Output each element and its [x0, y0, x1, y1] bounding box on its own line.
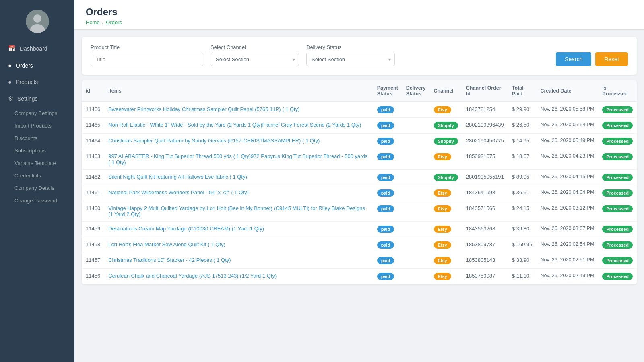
sidebar-item-variants-template[interactable]: Variants Template [0, 157, 74, 169]
sidebar-item-products-label: Products [16, 79, 38, 85]
cell-delivery-status [402, 102, 430, 118]
cell-payment-status: paid [373, 149, 402, 170]
cell-channel-order-id: 2802199396439 [462, 118, 508, 134]
sidebar-item-settings[interactable]: ⚙ Settings [0, 90, 74, 107]
filter-row: Product Title Select Channel Select Sect… [91, 44, 628, 66]
channel-badge: Shopify [434, 122, 458, 129]
sidebar-item-dashboard[interactable]: 📅 Dashboard [0, 40, 74, 57]
cell-is-processed: Processed [598, 269, 637, 284]
cell-payment-status: paid [373, 222, 402, 237]
cell-items[interactable]: Vintage Happy 2 Multi Quilted Yardage by… [104, 201, 373, 222]
sidebar-item-import-products-label: Import Products [14, 123, 52, 129]
cell-payment-status: paid [373, 237, 402, 253]
payment-status-badge: paid [377, 153, 394, 160]
cell-payment-status: paid [373, 253, 402, 269]
sidebar-item-company-details[interactable]: Company Details [0, 182, 74, 194]
payment-status-badge: paid [377, 241, 394, 249]
item-link[interactable]: Sweetwater Printworks Holiday Christmas … [108, 106, 299, 112]
sidebar-item-dashboard-label: Dashboard [20, 45, 47, 52]
sidebar-item-credentials[interactable]: Credentials [0, 169, 74, 182]
cell-id: 11457 [82, 253, 104, 269]
breadcrumb-current: Orders [106, 19, 122, 25]
item-link[interactable]: Cerulean Chalk and Charcoal Yardage (AJS… [108, 273, 277, 279]
sidebar-item-company-settings[interactable]: Company Settings [0, 107, 74, 119]
item-link[interactable]: Destinations Cream Map Yardage (C10030 C… [108, 226, 264, 232]
item-link[interactable]: Vintage Happy 2 Multi Quilted Yardage by… [108, 205, 365, 217]
cell-items[interactable]: 997 ALABASTER - King Tut Superior Thread… [104, 149, 373, 170]
item-link[interactable]: Non Roll Elastic - White 1" Wide - Sold … [108, 122, 262, 128]
cell-created-date: Nov. 26, 2020 02:54 PM [536, 237, 598, 253]
table-row: 11460Vintage Happy 2 Multi Quilted Yarda… [82, 201, 637, 222]
cell-items[interactable]: Cerulean Chalk and Charcoal Yardage (AJS… [104, 269, 373, 284]
sidebar-item-change-password-label: Change Password [14, 197, 57, 204]
filter-product-title: Product Title [91, 44, 203, 66]
item-link[interactable]: Flannel Gray Forest Scene (2 Yards 1 Qty… [262, 122, 361, 128]
item-link[interactable]: National Park Wilderness Wonders Panel -… [108, 189, 249, 195]
payment-status-badge: paid [377, 257, 394, 264]
item-link[interactable]: 997 ALABASTER - King Tut Superior Thread… [108, 153, 251, 159]
payment-status-badge: paid [377, 273, 394, 280]
item-link[interactable]: Lori Holt's Flea Market Sew Along Quilt … [108, 241, 225, 247]
sidebar-item-orders[interactable]: ● Orders [0, 57, 74, 74]
processed-badge: Processed [602, 241, 633, 249]
cell-total-paid: $ 36.51 [508, 185, 537, 201]
cell-is-processed: Processed [598, 253, 637, 269]
sidebar-item-change-password[interactable]: Change Password [0, 194, 74, 207]
cell-delivery-status [402, 185, 430, 201]
payment-status-badge: paid [377, 189, 394, 197]
cell-payment-status: paid [373, 170, 402, 185]
cell-id: 11462 [82, 170, 104, 185]
cell-items[interactable]: Sweetwater Printworks Holiday Christmas … [104, 102, 373, 118]
delivery-status-wrapper: Select Section [306, 53, 395, 66]
cell-total-paid: $ 29.90 [508, 102, 537, 118]
cell-delivery-status [402, 269, 430, 284]
cell-payment-status: paid [373, 201, 402, 222]
table-row: 11457Christmas Traditions 10" Stacker - … [82, 253, 637, 269]
cell-is-processed: Processed [598, 201, 637, 222]
item-link[interactable]: Christmas Sampler Quilt Pattern by Sandy… [108, 138, 320, 144]
channel-badge: Shopify [434, 174, 458, 181]
sidebar-item-subscriptions[interactable]: Subscriptions [0, 144, 74, 157]
cell-items[interactable]: Christmas Sampler Quilt Pattern by Sandy… [104, 134, 373, 149]
cell-channel: Etsy [430, 253, 462, 269]
cell-items[interactable]: Destinations Cream Map Yardage (C10030 C… [104, 222, 373, 237]
cell-total-paid: $ 169.95 [508, 237, 537, 253]
cell-items[interactable]: Non Roll Elastic - White 1" Wide - Sold … [104, 118, 373, 134]
cell-id: 11463 [82, 149, 104, 170]
cell-is-processed: Processed [598, 118, 637, 134]
search-button[interactable]: Search [556, 52, 591, 66]
item-link[interactable]: Silent Night Quilt Kit featuring All Hal… [108, 174, 247, 180]
select-channel-dropdown[interactable]: Select Section [211, 53, 299, 66]
product-title-input[interactable] [91, 53, 203, 66]
processed-badge: Processed [602, 106, 633, 113]
processed-badge: Processed [602, 174, 633, 181]
filter-delivery-status: Delivery Status Select Section [306, 44, 395, 66]
cell-channel: Shopify [430, 134, 462, 149]
cell-total-paid: $ 26.50 [508, 118, 537, 134]
sidebar-item-products[interactable]: ● Products [0, 74, 74, 90]
item-link[interactable]: Christmas Traditions 10" Stacker - 42 Pi… [108, 257, 231, 263]
payment-status-badge: paid [377, 174, 394, 181]
payment-status-badge: paid [377, 205, 394, 212]
cell-delivery-status [402, 201, 430, 222]
col-delivery-status: DeliveryStatus [402, 80, 430, 102]
cell-channel: Etsy [430, 222, 462, 237]
sidebar-item-company-settings-label: Company Settings [14, 110, 57, 116]
cell-items[interactable]: National Park Wilderness Wonders Panel -… [104, 185, 373, 201]
delivery-status-dropdown[interactable]: Select Section [306, 53, 395, 66]
sidebar-item-discounts[interactable]: Discounts [0, 132, 74, 144]
reset-button[interactable]: Reset [595, 52, 628, 66]
cell-channel: Etsy [430, 201, 462, 222]
sidebar-item-import-products[interactable]: Import Products [0, 119, 74, 132]
breadcrumb-home[interactable]: Home [86, 19, 100, 25]
processed-badge: Processed [602, 205, 633, 212]
cell-id: 11458 [82, 237, 104, 253]
sidebar: 📅 Dashboard ● Orders ● Products ⚙ Settin… [0, 0, 74, 362]
cell-created-date: Nov. 26, 2020 02:19 PM [536, 269, 598, 284]
cell-items[interactable]: Christmas Traditions 10" Stacker - 42 Pi… [104, 253, 373, 269]
cell-items[interactable]: Silent Night Quilt Kit featuring All Hal… [104, 170, 373, 185]
cell-channel-order-id: 1843781254 [462, 102, 508, 118]
cell-channel: Etsy [430, 149, 462, 170]
payment-status-badge: paid [377, 106, 394, 113]
cell-items[interactable]: Lori Holt's Flea Market Sew Along Quilt … [104, 237, 373, 253]
